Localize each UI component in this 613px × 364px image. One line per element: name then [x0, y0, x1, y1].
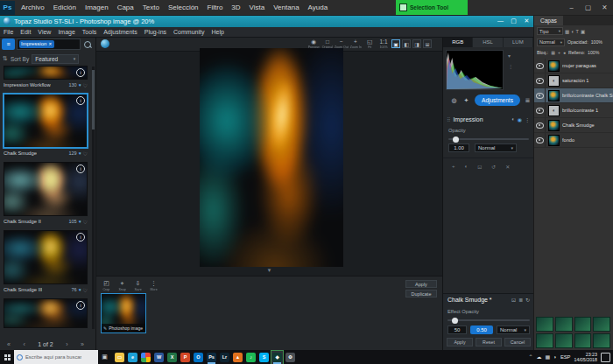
toolbar-button[interactable]: ◱ Fit	[363, 38, 377, 50]
toolbar-button[interactable]: 1:1 100%	[377, 38, 391, 50]
favorite-heart-icon[interactable]: ♡	[83, 150, 88, 157]
preset-card[interactable]: i Chalk Smudge III 76 ♥ ♡	[4, 230, 88, 295]
shape-filter-icon[interactable]: ▣	[581, 29, 585, 34]
adjustment-filter-icon[interactable]: ◐	[571, 29, 574, 34]
favorite-heart-icon[interactable]: ♡	[83, 287, 88, 293]
preset-thumbnail[interactable]: i	[4, 66, 88, 80]
volume-icon[interactable]: ◗	[553, 350, 557, 364]
maximize-button[interactable]: ▢	[507, 15, 520, 27]
filmstrip-action-button[interactable]: Duplicate	[405, 290, 437, 298]
histogram-tab[interactable]: RGB	[443, 37, 473, 47]
info-icon[interactable]: i	[76, 301, 85, 310]
favorite-heart-icon[interactable]: ♡	[83, 219, 88, 225]
menu-item[interactable]: Imagen	[81, 0, 113, 15]
effect-opacity-slider[interactable]	[447, 319, 530, 321]
capture-notification[interactable]: Selection Tool	[396, 0, 468, 15]
info-icon[interactable]: i	[76, 233, 85, 242]
taskbar-app-button[interactable]: ▲	[232, 351, 243, 364]
thumbs-up-icon[interactable]: ♥	[79, 219, 81, 224]
layer-name[interactable]: mujer paraguas	[562, 63, 613, 68]
filmstrip-tool-button[interactable]: ⇩ Save	[131, 278, 144, 292]
opacity-value[interactable]: 1.00	[448, 144, 469, 152]
mask-icon[interactable]: ◐	[511, 116, 515, 122]
layer-thumbnail[interactable]	[548, 105, 560, 116]
menu-item[interactable]: Texto	[138, 0, 164, 15]
view-mode-button[interactable]: ◨	[412, 39, 421, 48]
first-page-button[interactable]: «	[7, 341, 11, 347]
layer-visibility-toggle[interactable]	[534, 74, 546, 88]
layer-row[interactable]: brillo/contraste 1	[534, 103, 613, 118]
effect-footer-button[interactable]: Apply	[447, 338, 473, 346]
info-icon[interactable]: i	[76, 96, 85, 105]
layer-row[interactable]: brillo/contraste Chalk Smudge II	[534, 88, 613, 103]
info-icon[interactable]: i	[76, 68, 85, 77]
pixel-filter-icon[interactable]: ▦	[565, 29, 569, 34]
menu-item[interactable]: Selección	[164, 0, 203, 15]
slider-knob[interactable]	[452, 318, 458, 324]
duplicate-icon[interactable]: ⊡	[477, 164, 482, 170]
menu-item[interactable]: Edición	[49, 0, 81, 15]
reset-icon[interactable]: ↺	[491, 164, 496, 170]
strength-value[interactable]: 50	[447, 326, 467, 334]
taskbar-app-button[interactable]: X	[166, 351, 178, 364]
preset-thumbnail[interactable]: i	[4, 162, 88, 216]
copy-icon[interactable]: ⊡	[511, 297, 516, 303]
onedrive-icon[interactable]: ☁	[537, 350, 542, 364]
lock-all-icon[interactable]: ●	[563, 50, 566, 55]
menu-item[interactable]: Adjustments	[100, 29, 141, 35]
menu-item[interactable]: 3D	[227, 0, 244, 15]
action-center-icon[interactable]	[601, 353, 610, 362]
thumbs-up-icon[interactable]: ♥	[79, 82, 81, 88]
clear-tag-icon[interactable]: ✕	[48, 40, 52, 48]
layer-name[interactable]: brillo/contraste Chalk Smudge II	[562, 93, 613, 98]
layer-visibility-toggle[interactable]	[534, 103, 546, 117]
add-icon[interactable]: +	[452, 164, 455, 170]
type-filter-icon[interactable]: T	[576, 29, 579, 34]
preset-card[interactable]: i Chalk Smudge 129 ♥ ♡	[4, 94, 88, 158]
layer-thumbnail[interactable]	[548, 75, 560, 87]
menu-item[interactable]: Archivo	[17, 0, 49, 15]
layer-visibility-toggle[interactable]	[534, 118, 546, 132]
effect-footer-button[interactable]: Reset	[476, 338, 502, 346]
layers-tab[interactable]: Capas	[534, 15, 563, 25]
layer-thumbnail[interactable]	[548, 135, 560, 146]
start-button[interactable]	[0, 350, 14, 364]
menu-item[interactable]: View	[34, 29, 54, 35]
effect-blend-dropdown[interactable]: Normal▾	[497, 326, 530, 334]
layer-visibility-toggle[interactable]	[534, 88, 546, 102]
more-options-icon[interactable]: ⋮	[508, 63, 513, 69]
filmstrip-tool-button[interactable]: ⋮ More	[147, 278, 160, 292]
menu-item[interactable]: Image	[54, 29, 78, 35]
close-button[interactable]: ✕	[520, 15, 533, 27]
layer-row[interactable]: Chalk Smudge	[534, 118, 613, 133]
clock[interactable]: 23:23 14/05/2018	[574, 352, 597, 362]
menu-item[interactable]: Vista	[245, 0, 270, 15]
maximize-button[interactable]: ▢	[580, 0, 596, 15]
taskbar-app-button[interactable]: ⚙	[285, 351, 296, 364]
preset-card[interactable]: i Impression Workflow 130 ♥ ♡	[4, 66, 88, 90]
refresh-icon[interactable]: ↻	[525, 297, 530, 303]
lock-pixels-icon[interactable]: ▦	[551, 50, 555, 55]
info-icon[interactable]: i	[76, 164, 85, 173]
drag-handle-icon[interactable]: ⠿	[447, 116, 450, 122]
view-mode-button[interactable]: ◧	[402, 39, 411, 48]
preset-thumbnail[interactable]: i	[4, 298, 88, 328]
close-button[interactable]: ✕	[596, 0, 613, 15]
presets-scrollbar[interactable]	[92, 66, 95, 329]
last-page-button[interactable]: »	[81, 341, 84, 347]
search-icon[interactable]	[84, 41, 91, 48]
layer-name[interactable]: brillo/contraste 1	[562, 108, 613, 113]
blend-mode-dropdown[interactable]: Normal▾	[537, 38, 565, 46]
edit-pencil-icon[interactable]: ✎	[103, 326, 107, 331]
menu-item[interactable]: Tools	[79, 29, 100, 35]
taskbar-search-input[interactable]: Escribe aquí para buscar	[14, 350, 98, 364]
task-view-icon[interactable]: ▣	[98, 354, 111, 360]
search-tag[interactable]: Impression ✕	[19, 40, 54, 48]
hamburger-menu-icon[interactable]: ≡	[2, 38, 15, 50]
layer-visibility-toggle[interactable]	[534, 133, 546, 147]
effect-footer-button[interactable]: Cancel	[504, 338, 531, 346]
scrollbar-thumb[interactable]	[92, 70, 95, 130]
effect-opacity-value[interactable]: 0.50	[470, 326, 493, 334]
prev-page-button[interactable]: ‹	[23, 341, 25, 347]
preset-card[interactable]: i ♥ ♡	[4, 298, 88, 328]
